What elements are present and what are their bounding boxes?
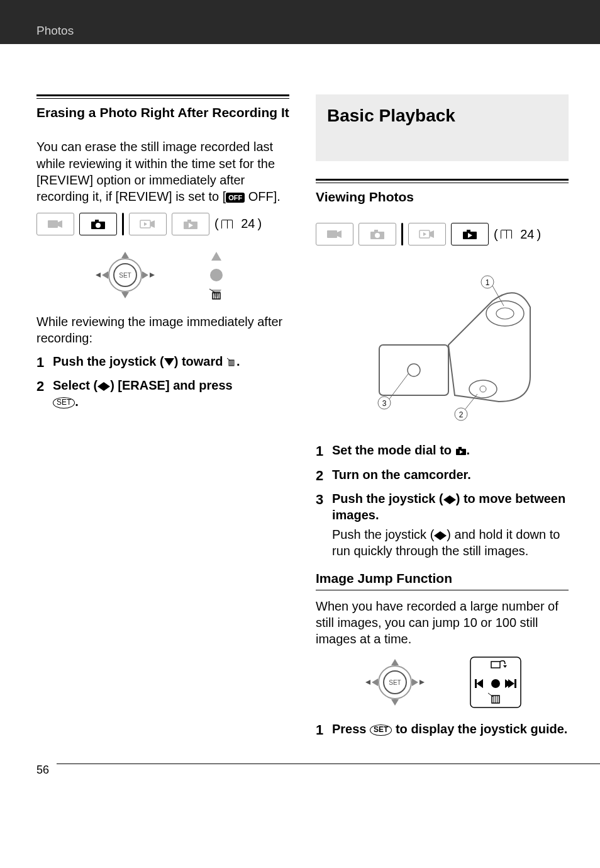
rule-double-right [316,179,569,183]
camcorder-figure: 1 2 3 [316,257,569,427]
svg-rect-61 [458,447,462,449]
svg-marker-19 [150,273,155,278]
section-title-erase: Erasing a Photo Right After Recording It [36,104,289,121]
svg-text:2: 2 [459,410,464,419]
svg-point-21 [210,269,223,281]
svg-marker-16 [102,271,108,279]
svg-rect-4 [95,220,99,222]
svg-marker-76 [477,679,483,688]
off-badge-icon: OFF [226,193,245,203]
joystick-set-icon: SET [91,247,160,303]
viewing-step-1: Set the mode dial to . [316,442,569,458]
svg-point-48 [469,380,497,398]
joystick-guide-trash-icon [197,247,235,303]
footer-rule [57,764,600,764]
svg-marker-17 [142,271,148,279]
svg-marker-79 [508,679,514,688]
step-2-erase: Select () [ERASE] and press SET. [36,377,289,410]
mode-divider [122,213,124,235]
svg-text:SET: SET [389,679,401,686]
jump-step-1: Press SET to display the joystick guide. [316,721,569,737]
svg-marker-18 [96,273,101,278]
svg-marker-39 [430,230,434,238]
mode-movie-rec-icon [36,213,74,235]
mode-movie-play-icon [408,223,446,245]
svg-marker-65 [391,659,399,665]
section-title-viewing: Viewing Photos [316,188,569,205]
svg-text:1: 1 [486,278,490,287]
mode-divider [401,223,403,245]
header-bar: Photos [0,0,600,44]
svg-text:SET: SET [119,272,131,279]
page-ref-right: ( 24) [494,227,541,242]
svg-point-46 [486,301,524,326]
right-arrow-icon [440,531,447,540]
image-jump-title: Image Jump Function [316,571,569,586]
jump-guide-icon [467,654,524,711]
viewing-step-3: Push the joystick () to move between ima… [316,490,569,560]
mode-dial-reference-left: ( 24) [36,213,289,235]
left-arrow-icon [97,382,104,391]
svg-marker-69 [365,680,370,685]
mode-photo-play-icon [172,213,209,235]
svg-point-36 [375,233,380,238]
svg-marker-67 [372,679,378,686]
svg-text:3: 3 [382,399,387,408]
svg-point-45 [408,364,420,376]
left-arrow-icon [434,531,440,540]
svg-marker-70 [419,680,425,685]
page-number: 56 [36,764,49,777]
svg-rect-0 [48,220,58,228]
svg-rect-44 [379,345,448,395]
review-text: While reviewing the image immediately af… [36,313,289,347]
mode-photo-rec-icon [358,223,396,245]
step-1-erase: Push the joystick () toward . [36,353,289,369]
manual-icon [501,230,512,239]
mode-movie-rec-icon [316,223,353,245]
main-heading: Basic Playback [327,106,557,126]
right-arrow-icon [104,382,110,391]
left-arrow-icon [443,495,450,504]
erase-steps: Push the joystick () toward . Select () … [36,353,289,410]
trash-icon [226,357,236,367]
mode-photo-rec-icon [79,213,117,235]
svg-rect-80 [514,679,516,688]
svg-marker-73 [503,665,507,668]
down-arrow-icon [164,358,174,366]
viewing-step-2: Turn on the camcorder. [316,466,569,483]
intro-paragraph: You can erase the still image recorded l… [36,138,289,205]
photo-play-mode-icon [455,446,467,456]
viewing-step-3-sub: Push the joystick () and hold it down to… [332,526,569,560]
mode-dial-reference-right: ( 24) [316,223,569,245]
viewing-steps: Set the mode dial to . Turn on the camco… [316,442,569,559]
svg-marker-14 [121,252,129,258]
jump-steps: Press SET to display the joystick guide. [316,721,569,737]
page-ref-left: ( 24) [214,217,262,231]
left-column: Erasing a Photo Right After Recording It… [36,94,289,745]
svg-point-77 [491,679,500,688]
svg-marker-6 [150,220,155,228]
breadcrumb: Photos [36,24,74,37]
svg-marker-20 [211,252,221,261]
svg-marker-40 [423,232,426,236]
manual-icon [221,220,233,228]
svg-rect-43 [467,230,470,232]
svg-marker-1 [58,220,62,228]
mode-movie-play-icon [129,213,167,235]
svg-marker-66 [391,699,399,706]
joystick-figure-right: SET [316,654,569,711]
svg-rect-72 [491,662,500,668]
svg-point-47 [496,308,514,319]
svg-point-49 [480,386,486,392]
svg-line-85 [488,693,493,697]
svg-marker-68 [412,679,418,686]
set-button-icon: SET [53,397,75,409]
svg-rect-33 [327,230,337,238]
image-jump-para: When you have recorded a large number of… [316,598,569,648]
svg-marker-15 [121,292,129,298]
rule-single [316,590,569,590]
right-column: Basic Playback Viewing Photos ( 24) [316,94,569,745]
mode-photo-play-icon-active [451,223,489,245]
set-button-icon: SET [370,724,392,736]
svg-rect-74 [475,679,477,688]
